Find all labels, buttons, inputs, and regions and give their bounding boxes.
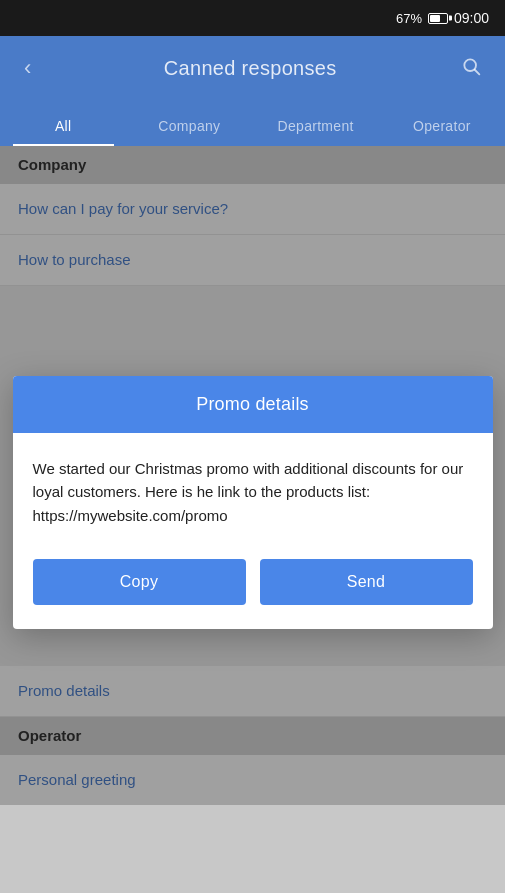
modal-overlay: Promo details We started our Christmas p… [0,146,505,805]
status-bar: 67% 09:00 [0,0,505,36]
tab-operator[interactable]: Operator [379,118,505,146]
tab-department[interactable]: Department [253,118,379,146]
tabs-bar: All Company Department Operator [0,100,505,146]
battery-percentage: 67% [396,11,422,26]
send-button[interactable]: Send [260,559,473,605]
search-icon[interactable] [453,48,489,89]
copy-button[interactable]: Copy [33,559,246,605]
tab-company[interactable]: Company [126,118,252,146]
modal-body: We started our Christmas promo with addi… [13,433,493,551]
modal-body-text: We started our Christmas promo with addi… [33,460,464,524]
battery-icon [428,13,448,24]
app-bar: ‹ Canned responses [0,36,505,100]
page-title: Canned responses [47,57,453,80]
modal-header: Promo details [13,376,493,433]
back-button[interactable]: ‹ [16,47,39,89]
content-area: Company How can I pay for your service? … [0,146,505,805]
svg-line-1 [475,69,480,74]
modal-title: Promo details [196,394,309,414]
modal-actions: Copy Send [13,551,493,629]
modal-dialog: Promo details We started our Christmas p… [13,376,493,629]
tab-all[interactable]: All [0,118,126,146]
time-display: 09:00 [454,10,489,26]
